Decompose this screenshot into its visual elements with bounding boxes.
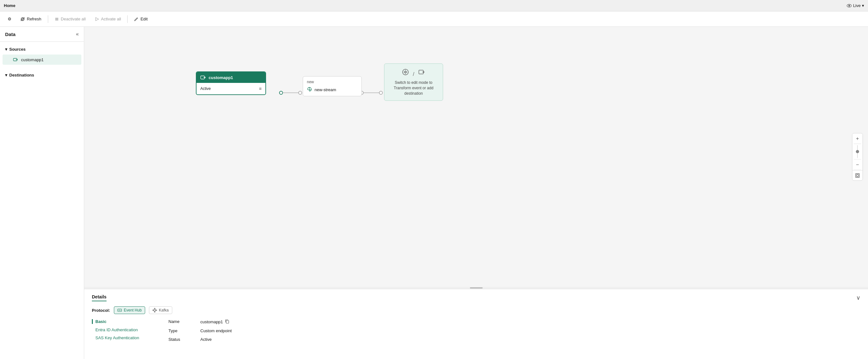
dest-node-text: Switch to edit mode to Transform event o… <box>390 80 438 96</box>
refresh-label: Refresh <box>27 17 41 21</box>
zoom-fit-button[interactable] <box>852 170 863 181</box>
sidebar-title: Data <box>5 32 16 37</box>
destinations-chevron: ▾ <box>5 73 7 77</box>
sources-label: Sources <box>9 47 26 52</box>
sidebar-item-customapp1[interactable]: customapp1 <box>3 55 81 65</box>
details-nav: Basic Entra ID Authentication SAS Key Au… <box>92 319 149 342</box>
settings-icon: ⚙ <box>8 17 11 21</box>
sources-section-header[interactable]: ▾ Sources <box>0 44 84 54</box>
zoom-in-button[interactable]: + <box>852 134 863 144</box>
source-node[interactable]: customapp1 Active ≡ <box>196 71 266 95</box>
live-chevron: ▾ <box>862 3 864 8</box>
details-header: Details ∨ <box>92 294 860 301</box>
top-bar: Home Live ▾ <box>0 0 868 11</box>
eventhub-icon <box>117 308 122 313</box>
svg-point-24 <box>154 308 155 309</box>
source-node-header: customapp1 <box>196 72 266 83</box>
sidebar-collapse-button[interactable]: « <box>76 31 79 37</box>
svg-rect-17 <box>856 173 859 177</box>
kafka-icon <box>153 308 157 313</box>
live-label: Live <box>853 3 861 8</box>
destinations-label: Destinations <box>9 73 34 77</box>
svg-point-9 <box>299 91 302 94</box>
field-value-type: Custom endpoint <box>200 328 231 333</box>
svg-point-7 <box>279 91 283 94</box>
activate-all-label: Activate all <box>101 17 121 21</box>
field-row-name: Name customapp1 <box>168 319 231 325</box>
sidebar-sources-section: ▾ Sources customapp1 <box>0 42 84 68</box>
svg-point-25 <box>154 312 155 313</box>
details-fields: Name customapp1 <box>168 319 231 342</box>
sidebar-destinations-section: ▾ Destinations <box>0 68 84 83</box>
activate-all-button[interactable]: Activate all <box>91 15 125 23</box>
source-node-menu[interactable]: ≡ <box>259 86 261 91</box>
toolbar-divider-2 <box>127 15 128 23</box>
svg-rect-18 <box>857 174 859 176</box>
protocol-row: Protocol: Event Hub <box>92 306 860 314</box>
details-collapse-button[interactable]: ∨ <box>856 294 860 301</box>
copy-icon <box>225 319 229 324</box>
zoom-controls: + − <box>852 133 863 181</box>
toolbar: ⚙ Refresh Deactivate all Activate all Ed… <box>0 11 868 27</box>
field-value-name: customapp1 <box>200 319 229 325</box>
field-row-type: Type Custom endpoint <box>168 328 231 333</box>
stream-node[interactable]: new new-stream <box>303 76 362 96</box>
field-label-type: Type <box>168 328 200 333</box>
eventhub-label: Event Hub <box>124 308 142 313</box>
protocol-label: Protocol: <box>92 308 110 313</box>
dest-node-icons: / <box>390 68 438 77</box>
zoom-out-button[interactable]: − <box>852 160 863 170</box>
details-nav-basic: Basic <box>92 319 149 324</box>
field-row-status: Status Active <box>168 337 231 342</box>
svg-point-23 <box>154 309 156 311</box>
dest-node[interactable]: / Switch to edit mode to Transform event… <box>384 63 445 101</box>
sidebar: Data « ▾ Sources customapp1 <box>0 27 84 359</box>
edit-label: Edit <box>141 17 147 21</box>
sources-chevron: ▾ <box>5 47 7 52</box>
destinations-section-header[interactable]: ▾ Destinations <box>0 70 84 80</box>
page-title: Home <box>4 3 15 8</box>
details-nav-entra[interactable]: Entra ID Authentication <box>92 326 149 333</box>
main-layout: Data « ▾ Sources customapp1 <box>0 27 868 359</box>
refresh-button[interactable]: Refresh <box>17 15 45 23</box>
canvas-area: customapp1 Active ≡ new <box>84 27 868 359</box>
copy-name-button[interactable] <box>225 319 229 325</box>
canvas-background[interactable]: customapp1 Active ≡ new <box>84 27 868 287</box>
settings-button[interactable]: ⚙ <box>4 15 15 23</box>
deactivate-all-label: Deactivate all <box>61 17 86 21</box>
deactivate-icon <box>55 17 59 21</box>
protocol-kafka-button[interactable]: Kafka <box>149 306 172 314</box>
connector-svg <box>84 27 868 287</box>
svg-rect-3 <box>55 18 58 19</box>
customapp1-icon <box>13 57 19 63</box>
source-node-title: customapp1 <box>209 75 233 80</box>
stream-node-item: new-stream <box>307 87 358 93</box>
deactivate-all-button[interactable]: Deactivate all <box>51 15 90 23</box>
svg-point-26 <box>153 310 154 311</box>
edit-button[interactable]: Edit <box>130 15 151 23</box>
zoom-slider <box>857 144 858 159</box>
details-title: Details <box>92 294 106 301</box>
kafka-label: Kafka <box>159 308 169 313</box>
details-nav-sas[interactable]: SAS Key Authentication <box>92 334 149 341</box>
svg-point-12 <box>379 91 382 94</box>
svg-rect-4 <box>55 20 58 21</box>
details-content: Basic Entra ID Authentication SAS Key Au… <box>92 319 860 342</box>
svg-point-27 <box>156 310 157 311</box>
source-node-body: Active ≡ <box>196 83 266 94</box>
eye-icon <box>847 3 852 8</box>
svg-marker-5 <box>96 18 99 21</box>
scroll-pill <box>470 287 483 289</box>
field-label-status: Status <box>168 337 200 342</box>
customapp1-label: customapp1 <box>21 57 44 62</box>
source-node-icon <box>200 75 206 80</box>
source-node-status: Active <box>200 87 211 91</box>
field-label-name: Name <box>168 319 200 325</box>
live-badge[interactable]: Live ▾ <box>847 3 864 8</box>
protocol-eventhub-button[interactable]: Event Hub <box>114 306 145 314</box>
svg-rect-28 <box>226 320 229 323</box>
toolbar-divider-1 <box>48 15 48 23</box>
details-panel: Details ∨ Protocol: Event Hub <box>84 289 868 359</box>
field-value-status: Active <box>200 337 212 342</box>
stream-icon <box>307 87 312 93</box>
